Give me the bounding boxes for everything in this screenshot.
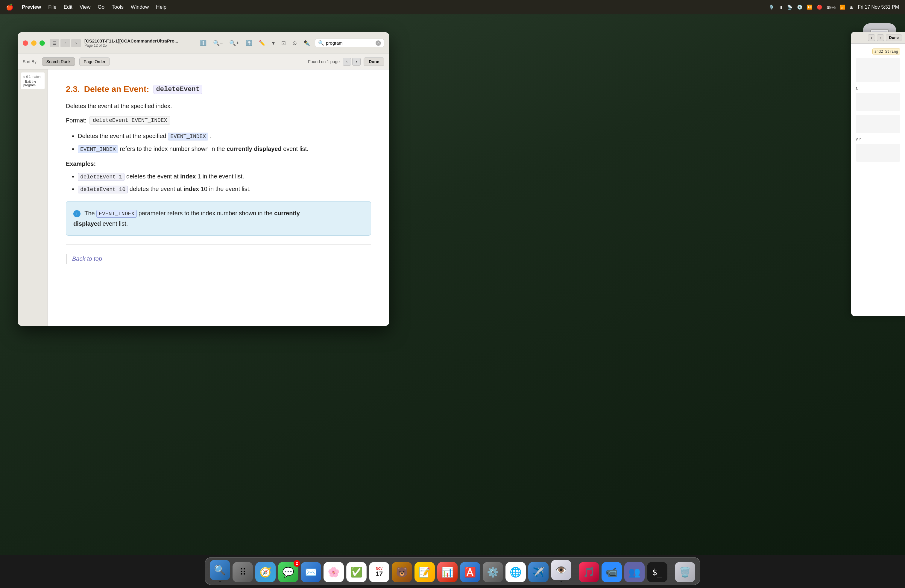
- search-box[interactable]: 🔍 ✕: [315, 39, 384, 47]
- search-prev-button[interactable]: ‹: [343, 58, 351, 65]
- example-1-code: deleteEvent 1: [78, 173, 124, 181]
- annotate-button[interactable]: ⊙: [291, 39, 298, 48]
- pdf-page[interactable]: 2.3. Delete an Event: deleteEvent Delete…: [48, 70, 389, 326]
- dock-preferences[interactable]: ⚙️: [483, 562, 503, 582]
- menu-tools[interactable]: Tools: [109, 3, 127, 11]
- example-1-bold: index: [180, 173, 196, 180]
- sidebar-toggle-button[interactable]: ☰: [50, 39, 59, 47]
- maximize-button[interactable]: [40, 40, 45, 46]
- dock-reminders[interactable]: ✅: [346, 562, 367, 582]
- pdf-sidebar[interactable]: e 6 1 match : Exit theprogram: [18, 70, 48, 326]
- right-code-block-2: [856, 93, 900, 111]
- right-code-block-3: [856, 115, 900, 133]
- dock-music[interactable]: 🎵: [579, 562, 599, 582]
- example-2-bold: index: [183, 186, 199, 192]
- dock-mail[interactable]: ✉️: [301, 562, 321, 582]
- search-clear-button[interactable]: ✕: [376, 40, 381, 46]
- right-text-1: t,: [856, 86, 900, 91]
- info-text-3: event list.: [103, 220, 128, 227]
- search-input[interactable]: [326, 40, 374, 46]
- menu-file[interactable]: File: [45, 3, 59, 11]
- right-code-block-1: [856, 58, 900, 82]
- menu-go[interactable]: Go: [95, 3, 108, 11]
- menu-preview[interactable]: Preview: [19, 3, 44, 11]
- search-next-button[interactable]: ›: [352, 58, 360, 65]
- preview-window: ☰ ‹ › [CS2103T-F11-1][CCACommanderUltraP…: [18, 32, 389, 326]
- dock-messages[interactable]: 💬 2: [278, 562, 298, 582]
- right-code-snippet: and2:String: [872, 49, 900, 54]
- done-button[interactable]: Done: [364, 57, 384, 66]
- dock-calendar[interactable]: NOV 17: [369, 562, 389, 582]
- clock: Fri 17 Nov 5:31 PM: [858, 5, 899, 10]
- right-window-next[interactable]: ›: [877, 35, 884, 41]
- dock-safari[interactable]: 🧭: [255, 562, 276, 582]
- dock-trash[interactable]: 🗑️: [675, 562, 695, 582]
- menu-battery: 69%: [827, 5, 835, 10]
- dock-finder[interactable]: 🔍: [210, 560, 230, 582]
- signature-button[interactable]: ✒️: [302, 39, 312, 48]
- menu-help[interactable]: Help: [153, 3, 169, 11]
- apple-menu-icon[interactable]: 🍎: [6, 3, 13, 11]
- info-text-1: The: [84, 210, 96, 216]
- menu-extra-5: 🔴: [817, 5, 822, 10]
- titlebar-tools: ℹ️ 🔍− 🔍+ ⬆️ ✏️ ▾ ⊡ ⊙ ✒️ 🔍 ✕: [198, 39, 384, 48]
- document-title: [CS2103T-F11-1][CCACommanderUltraPro...: [84, 38, 195, 43]
- crop-button[interactable]: ⊡: [279, 39, 287, 48]
- dock-appstore[interactable]: 🅰️: [460, 562, 480, 582]
- dock-bear[interactable]: 🐻: [392, 562, 412, 582]
- sort-search-rank-button[interactable]: Search Rank: [42, 57, 75, 66]
- back-to-top-bar: [66, 254, 67, 264]
- mic-icon[interactable]: 🎙️: [768, 5, 774, 10]
- bullet-2-text: refers to the index number shown in the: [120, 146, 227, 152]
- dock-photos[interactable]: 🌸: [324, 562, 344, 582]
- bullet-list: Deletes the event at the specified EVENT…: [66, 131, 371, 154]
- markup-button[interactable]: ✏️: [257, 39, 267, 48]
- wifi-icon[interactable]: 📶: [840, 5, 845, 10]
- example-1-num: 1 in the event list.: [197, 173, 244, 180]
- dock-teams[interactable]: 👥: [624, 562, 645, 582]
- titlebar-nav: ☰ ‹ ›: [50, 39, 81, 47]
- info-bold-2: displayed: [73, 220, 101, 227]
- dock-notes[interactable]: 📝: [414, 562, 435, 582]
- dock-terminal[interactable]: $_: [647, 562, 667, 582]
- back-to-top-link[interactable]: Back to top: [72, 255, 102, 262]
- dock-preview[interactable]: 👁️: [551, 560, 571, 582]
- sort-page-order-button[interactable]: Page Order: [79, 57, 110, 66]
- search-icon: 🔍: [318, 40, 324, 46]
- bullet-1-text: Deletes the event at the specified: [78, 133, 168, 139]
- format-label: Format:: [66, 117, 86, 124]
- search-nav-arrows: ‹ ›: [343, 58, 360, 65]
- menu-view[interactable]: View: [76, 3, 94, 11]
- dock-chrome[interactable]: 🌐: [505, 562, 526, 582]
- control-center-icon[interactable]: ⊞: [849, 5, 854, 10]
- dock-zoom[interactable]: 📹: [602, 562, 622, 582]
- section-title-text: Delete an Event:: [84, 84, 149, 94]
- event-index-code-2: EVENT_INDEX: [78, 146, 118, 153]
- dock-telegram[interactable]: ✈️: [528, 562, 549, 582]
- dock-launchpad[interactable]: ⠿: [233, 562, 253, 582]
- menu-extra-1: ⏸: [778, 5, 783, 10]
- section-description: Deletes the event at the specified index…: [66, 101, 371, 111]
- dock-keynote[interactable]: 📊: [437, 562, 457, 582]
- share-button[interactable]: ⬆️: [244, 39, 254, 48]
- nav-next-button[interactable]: ›: [71, 39, 81, 47]
- zoom-in-button[interactable]: 🔍+: [227, 39, 241, 48]
- right-code-block-4: [856, 144, 900, 162]
- close-button[interactable]: [23, 40, 28, 46]
- menu-edit[interactable]: Edit: [61, 3, 75, 11]
- dock-preview-dot: [560, 581, 562, 582]
- sidebar-result-item[interactable]: e 6 1 match : Exit theprogram: [21, 72, 44, 89]
- markup-arrow[interactable]: ▾: [270, 39, 276, 48]
- nav-prev-button[interactable]: ‹: [60, 39, 70, 47]
- window-controls: [23, 40, 45, 46]
- minimize-button[interactable]: [31, 40, 37, 46]
- zoom-out-button[interactable]: 🔍−: [211, 39, 225, 48]
- example-item-2: deleteEvent 10 deletes the event at inde…: [78, 184, 371, 194]
- info-button[interactable]: ℹ️: [198, 39, 208, 48]
- right-window-done[interactable]: Done: [886, 34, 902, 41]
- right-window-prev[interactable]: ‹: [868, 35, 875, 41]
- menu-window[interactable]: Window: [128, 3, 152, 11]
- example-item-1: deleteEvent 1 deletes the event at index…: [78, 172, 371, 181]
- example-2-text: deletes the event at: [130, 186, 183, 192]
- dock-separator: [575, 562, 575, 580]
